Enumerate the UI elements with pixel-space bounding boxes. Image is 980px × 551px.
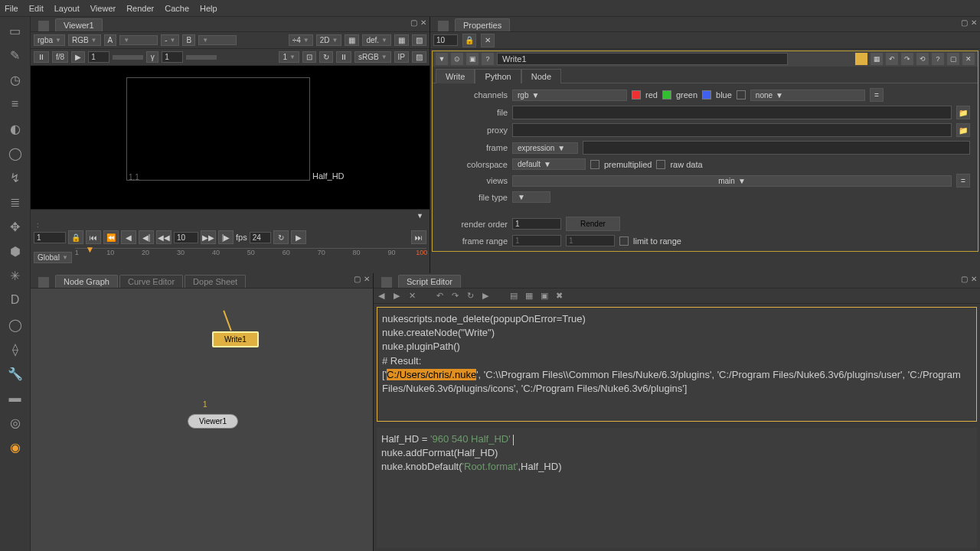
gain-input[interactable] [88, 51, 109, 63]
tab-node[interactable]: Node [521, 69, 561, 83]
collapse-icon[interactable]: ▼ [436, 53, 448, 65]
node-color-icon[interactable] [855, 53, 867, 65]
load-script-icon[interactable]: ↷ [452, 291, 462, 302]
node-name-input[interactable]: Write1 [497, 53, 788, 65]
red-checkbox[interactable] [632, 90, 641, 99]
next-script-icon[interactable]: ▶ [394, 291, 404, 302]
green-checkbox[interactable] [662, 90, 671, 99]
menu-render[interactable]: Render [126, 4, 154, 13]
premult-checkbox[interactable] [590, 160, 599, 169]
filetype-select[interactable]: ▼ [512, 191, 550, 203]
frame-range-end-input[interactable] [566, 235, 615, 246]
wipe-select[interactable]: -▼ [161, 34, 179, 46]
fps-input[interactable] [250, 232, 271, 243]
menu-cache[interactable]: Cache [165, 4, 189, 13]
node-input-arrow[interactable] [223, 311, 231, 331]
ip-button[interactable]: IP [394, 51, 409, 63]
reveal-icon[interactable]: ▣ [466, 53, 479, 65]
run-script-icon[interactable]: ▶ [482, 291, 493, 302]
menu-viewer[interactable]: Viewer [90, 4, 116, 13]
render-button[interactable]: Render [566, 217, 620, 231]
tool-time-icon[interactable]: ◷ [8, 72, 23, 87]
viewer-info-bar[interactable]: ▼ [31, 209, 430, 221]
tool-deep-icon[interactable]: D [8, 292, 23, 308]
max-panels-input[interactable] [433, 34, 458, 46]
current-frame-input[interactable] [174, 232, 198, 243]
fstop-play-icon[interactable]: ▶ [71, 51, 85, 63]
gamma-slider[interactable] [186, 55, 217, 60]
pause-render-icon[interactable]: ⏸ [336, 51, 351, 63]
tool-merge-icon[interactable]: ≣ [8, 194, 23, 210]
menu-layout[interactable]: Layout [54, 4, 80, 13]
redo-icon[interactable]: ↷ [901, 53, 913, 65]
pane-max-icon[interactable]: ▢ [410, 18, 417, 27]
first-frame-icon[interactable]: ⏮ [86, 230, 101, 244]
gain-slider[interactable] [113, 55, 143, 60]
b-button[interactable]: B [182, 34, 195, 46]
save-script-icon[interactable]: ↻ [467, 291, 478, 302]
lock-icon[interactable]: 🔒 [68, 230, 83, 244]
zoom-select[interactable]: 1▼ [279, 51, 299, 63]
nodegraph-canvas[interactable]: Write1 1 Viewer1 [31, 289, 373, 551]
frame-mode-select[interactable]: expression▼ [512, 142, 578, 154]
lock-panels-icon[interactable]: 🔒 [462, 34, 476, 47]
script-input[interactable]: Half_HD = '960 540 Half_HD' nuke.addForm… [377, 428, 977, 548]
write-node[interactable]: Write1 [212, 331, 259, 347]
node-help-icon[interactable]: ? [932, 53, 944, 65]
guides-icon[interactable]: ▧ [412, 34, 426, 46]
pane-close-icon[interactable]: ✕ [364, 275, 370, 283]
views-anim-icon[interactable]: = [956, 174, 970, 187]
refresh-icon[interactable]: ↻ [319, 51, 333, 63]
node-tile-icon[interactable]: ▦ [871, 53, 883, 65]
clear-panels-icon[interactable]: ✕ [481, 34, 495, 47]
downrez-select[interactable]: ÷4▼ [289, 34, 313, 46]
pane-close-icon[interactable]: ✕ [971, 18, 977, 27]
tool-image-icon[interactable]: ▭ [8, 23, 23, 38]
pane-close-icon[interactable]: ✕ [971, 275, 977, 283]
prev-key-icon[interactable]: ⏪ [103, 230, 119, 244]
timeline-mode-select[interactable]: Global▼ [34, 252, 72, 263]
menu-file[interactable]: File [5, 4, 18, 13]
file-browse-icon[interactable]: 📁 [956, 106, 970, 119]
playhead-icon[interactable]: ▼ [86, 244, 95, 255]
tab-viewer1[interactable]: Viewer1 [55, 18, 103, 31]
tool-channel-icon[interactable]: ≡ [8, 96, 23, 112]
b-input-select[interactable]: ▼ [198, 35, 237, 45]
channels-anim-icon[interactable]: = [870, 88, 884, 102]
center-icon[interactable]: ⊙ [451, 53, 463, 65]
tool-allplugins-icon[interactable]: ◎ [8, 415, 23, 430]
pane-max-icon[interactable]: ▢ [961, 275, 968, 283]
alpha-checkbox[interactable] [737, 90, 746, 99]
a-input-select[interactable]: ▼ [119, 35, 158, 45]
pane-max-icon[interactable]: ▢ [961, 18, 968, 27]
loop-icon[interactable]: ↻ [273, 230, 289, 244]
roi-icon[interactable]: ▦ [345, 34, 359, 46]
script-output[interactable]: nukescripts.node_delete(popupOnError=Tru… [377, 307, 977, 422]
timeline-ruler[interactable]: ▼ 1 10 20 30 40 50 60 70 80 90 100 [75, 248, 426, 266]
show-output-icon[interactable]: ▦ [525, 291, 536, 302]
render-order-input[interactable] [512, 218, 561, 230]
gamma-input[interactable] [162, 51, 183, 63]
tab-nodegraph[interactable]: Node Graph [55, 275, 118, 288]
views-select[interactable]: main▼ [512, 175, 952, 187]
tool-toolsets-icon[interactable]: 🔧 [8, 366, 23, 381]
clear-history-icon[interactable]: ✕ [409, 291, 420, 302]
pane-grip-icon[interactable] [438, 21, 449, 31]
close-node-icon[interactable]: ✕ [962, 53, 975, 65]
frame-start-input[interactable] [34, 232, 66, 243]
colorspace-select[interactable]: default▼ [512, 158, 586, 170]
revert-icon[interactable]: ⟲ [916, 53, 929, 65]
pause-icon[interactable]: ⏸ [34, 51, 49, 63]
channel-select[interactable]: rgba▼ [34, 34, 65, 46]
frame-expr-input[interactable] [583, 141, 970, 155]
tab-properties[interactable]: Properties [455, 18, 510, 31]
pane-close-icon[interactable]: ✕ [420, 18, 426, 27]
source-script-icon[interactable]: ↶ [436, 291, 447, 302]
undo-icon[interactable]: ↶ [886, 53, 898, 65]
channels-select[interactable]: rgb▼ [512, 90, 627, 101]
proxy-input[interactable] [512, 123, 952, 137]
tab-dopesheet[interactable]: Dope Sheet [185, 275, 246, 288]
tool-color-icon[interactable]: ◐ [8, 121, 23, 136]
viewer-node[interactable]: Viewer1 [188, 414, 238, 429]
tool-particles-icon[interactable]: ✳ [8, 268, 23, 283]
